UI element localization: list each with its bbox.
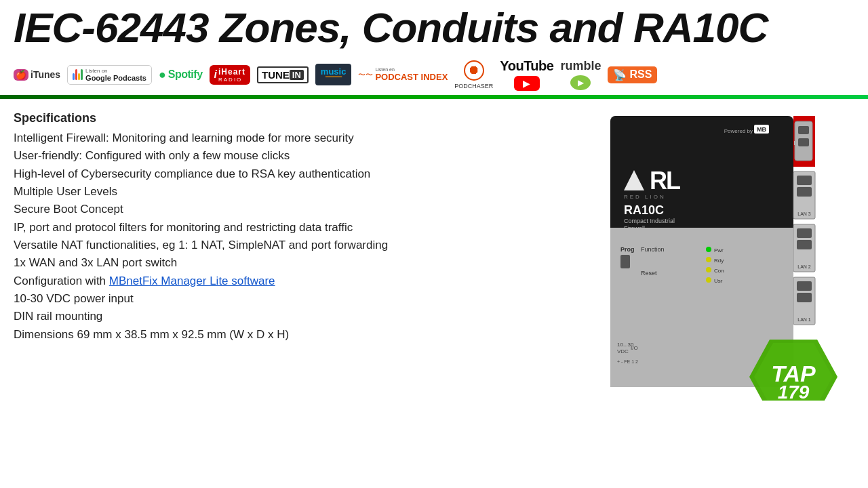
podcast-bar: 🍎 iTunes Listen on Google Podcasts ● Spo…: [0, 54, 868, 95]
svg-rect-27: [797, 293, 812, 302]
itunes-label: iTunes: [31, 69, 60, 80]
rumble-item[interactable]: rumble ▶: [560, 59, 601, 90]
iheart-sub: RADIO: [218, 77, 245, 83]
svg-text:LAN 3: LAN 3: [797, 211, 811, 216]
youtube-label: YouTube: [500, 58, 553, 74]
header: IEC-62443 Zones, Conduits and RA10C: [0, 0, 868, 54]
product-image-section: Powered by MB RL RED LION RA10C Compact …: [590, 109, 854, 403]
spec-line-3: High-level of Cybersecurity compliance d…: [14, 165, 576, 183]
svg-text:RL: RL: [650, 167, 680, 195]
svg-text:VDC: VDC: [617, 348, 629, 354]
rss-item[interactable]: 📡 RSS: [608, 66, 657, 83]
svg-text:Usr: Usr: [714, 278, 723, 284]
tunein-label: TUNE: [262, 69, 290, 81]
spotify-item[interactable]: ● Spotify: [159, 68, 203, 82]
svg-text:RED LION: RED LION: [624, 194, 666, 200]
specs-title: Specifications: [14, 109, 576, 128]
amazon-stripe-icon: ▔▔▔▔: [321, 77, 347, 83]
svg-point-37: [706, 257, 711, 262]
svg-rect-32: [620, 255, 630, 268]
rss-label: RSS: [629, 68, 652, 81]
itunes-item[interactable]: 🍎 iTunes: [14, 69, 60, 81]
svg-rect-19: [797, 187, 812, 197]
svg-text:Reset: Reset: [641, 270, 657, 277]
rumble-label: rumble: [560, 59, 601, 73]
podcast-index-wave-icon: 〜〜: [358, 70, 373, 80]
svg-rect-26: [797, 281, 812, 291]
youtube-play-icon: ▶: [514, 76, 540, 91]
svg-text:MB: MB: [757, 126, 766, 133]
google-podcasts-label: Google Podcasts: [85, 74, 146, 82]
svg-rect-18: [797, 176, 812, 185]
specifications-section: Specifications Intelligent Firewall: Mon…: [14, 109, 576, 403]
svg-text:LAN 2: LAN 2: [797, 264, 811, 269]
page-title: IEC-62443 Zones, Conduits and RA10C: [14, 7, 854, 49]
svg-rect-16: [798, 138, 809, 146]
svg-rect-15: [798, 126, 809, 134]
svg-text:LAN 1: LAN 1: [797, 317, 811, 322]
amazon-music-label: music: [321, 66, 347, 77]
rss-icon: 📡: [613, 68, 627, 81]
product-svg: Powered by MB RL RED LION RA10C Compact …: [590, 109, 854, 401]
spotify-icon: ●: [159, 68, 166, 82]
svg-text:RA10C: RA10C: [624, 203, 664, 217]
svg-rect-23: [797, 240, 812, 249]
iheart-label: iHeart: [218, 67, 245, 77]
spec-line-10: 10-30 VDC power input: [14, 290, 576, 308]
podchaser-label: PODCHASER: [454, 83, 493, 89]
iheart-item[interactable]: i iHeart RADIO: [210, 65, 250, 85]
podchaser-icon: ⏺: [464, 60, 484, 81]
svg-text:Function: Function: [641, 246, 665, 253]
svg-text:Con: Con: [714, 268, 724, 274]
spec-line-4: Multiple User Levels: [14, 183, 576, 201]
apple-icon: 🍎: [14, 69, 28, 81]
podchaser-item[interactable]: ⏺ PODCHASER: [454, 60, 493, 89]
youtube-item[interactable]: YouTube ▶: [500, 58, 553, 91]
mbnetfix-link[interactable]: MBnetFix Manager Lite software: [109, 274, 275, 287]
iheart-icon: i: [214, 68, 217, 81]
spec-line-2: User-friendly: Configured with only a fe…: [14, 147, 576, 165]
tunein-item[interactable]: TUNE IN: [257, 66, 309, 83]
svg-text:Pwr: Pwr: [714, 247, 724, 253]
svg-text:+ -  FE 1  2: + - FE 1 2: [617, 359, 638, 364]
spec-line-9: Configuration with MBnetFix Manager Lite…: [14, 272, 576, 290]
svg-point-39: [706, 267, 711, 272]
spec-line-7: Versatile NAT functionalities, eg 1: 1 N…: [14, 237, 576, 254]
svg-rect-22: [797, 228, 812, 238]
spec-line-11: DIN rail mounting: [14, 308, 576, 325]
google-podcasts-icon: [73, 69, 83, 80]
spec-line-12: Dimensions 69 mm x 38.5 mm x 92.5 mm (W …: [14, 326, 576, 344]
spotify-label: Spotify: [168, 68, 203, 81]
svg-text:Compact Industrial: Compact Industrial: [624, 218, 675, 224]
spec-line-8: 1x WAN and 3x LAN port switch: [14, 254, 576, 272]
tunein-in-label: IN: [290, 70, 304, 80]
podcast-index-listen: Listen en: [375, 67, 448, 72]
rumble-icon: ▶: [570, 75, 591, 90]
podcast-index-label: PODCAST INDEX: [375, 72, 448, 82]
google-podcasts-item[interactable]: Listen on Google Podcasts: [67, 65, 152, 85]
google-podcasts-listen: Listen on: [85, 68, 146, 74]
amazon-music-item[interactable]: music ▔▔▔▔: [315, 64, 352, 85]
svg-text:179: 179: [778, 382, 810, 401]
main-content: Specifications Intelligent Firewall: Mon…: [0, 99, 868, 413]
spec-line-1: Intelligent Firewall: Monitoring and lea…: [14, 129, 576, 147]
podcast-index-item[interactable]: 〜〜 Listen en PODCAST INDEX: [358, 67, 448, 82]
svg-text:Rdy: Rdy: [714, 258, 724, 264]
svg-text:Prog: Prog: [620, 246, 635, 253]
svg-point-41: [706, 277, 711, 283]
svg-text:I/O: I/O: [631, 345, 638, 351]
svg-point-35: [706, 247, 711, 252]
spec-line-6: IP, port and protocol filters for monito…: [14, 219, 576, 237]
spec-line-5: Secure Boot Concept: [14, 201, 576, 218]
svg-text:Powered by: Powered by: [724, 128, 753, 134]
